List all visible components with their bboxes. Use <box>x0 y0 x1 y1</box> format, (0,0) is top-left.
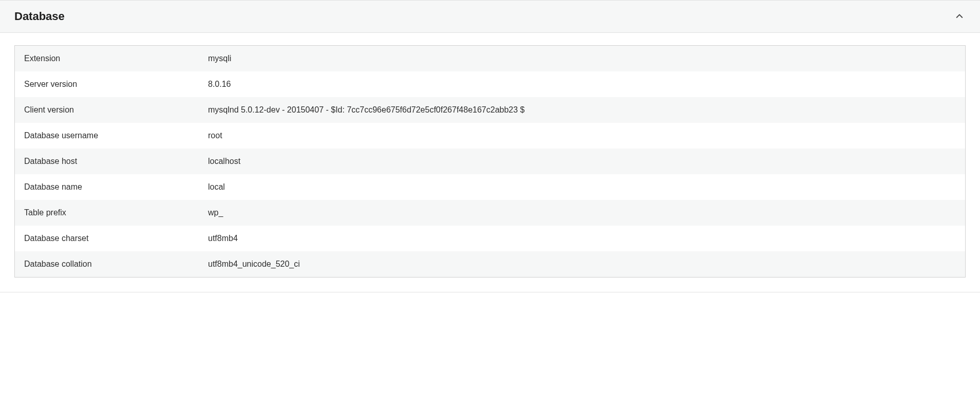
chevron-up-icon <box>953 10 966 23</box>
row-value: local <box>205 182 965 192</box>
table-row: Database username root <box>15 123 965 149</box>
table-row: Client version mysqlnd 5.0.12-dev - 2015… <box>15 97 965 123</box>
panel-title: Database <box>14 10 65 23</box>
table-row: Database host localhost <box>15 149 965 174</box>
table-row: Server version 8.0.16 <box>15 71 965 97</box>
panel-body: Extension mysqli Server version 8.0.16 C… <box>0 33 980 292</box>
row-label: Database collation <box>15 260 205 269</box>
row-label: Database host <box>15 157 205 166</box>
table-row: Database collation utf8mb4_unicode_520_c… <box>15 251 965 277</box>
row-value: mysqlnd 5.0.12-dev - 20150407 - $Id: 7cc… <box>205 105 965 115</box>
row-label: Client version <box>15 105 205 115</box>
row-value: utf8mb4_unicode_520_ci <box>205 260 965 269</box>
table-row: Extension mysqli <box>15 46 965 71</box>
row-label: Extension <box>15 54 205 63</box>
row-value: root <box>205 131 965 140</box>
table-row: Database name local <box>15 174 965 200</box>
row-label: Table prefix <box>15 208 205 217</box>
row-label: Database charset <box>15 234 205 243</box>
database-info-table: Extension mysqli Server version 8.0.16 C… <box>14 45 966 278</box>
row-value: mysqli <box>205 54 965 63</box>
row-value: utf8mb4 <box>205 234 965 243</box>
row-label: Database username <box>15 131 205 140</box>
panel-header[interactable]: Database <box>0 1 980 33</box>
row-label: Server version <box>15 80 205 89</box>
row-value: localhost <box>205 157 965 166</box>
table-row: Table prefix wp_ <box>15 200 965 226</box>
row-value: 8.0.16 <box>205 80 965 89</box>
database-panel: Database Extension mysqli Server version… <box>0 0 980 292</box>
row-value: wp_ <box>205 208 965 217</box>
row-label: Database name <box>15 182 205 192</box>
table-row: Database charset utf8mb4 <box>15 226 965 251</box>
